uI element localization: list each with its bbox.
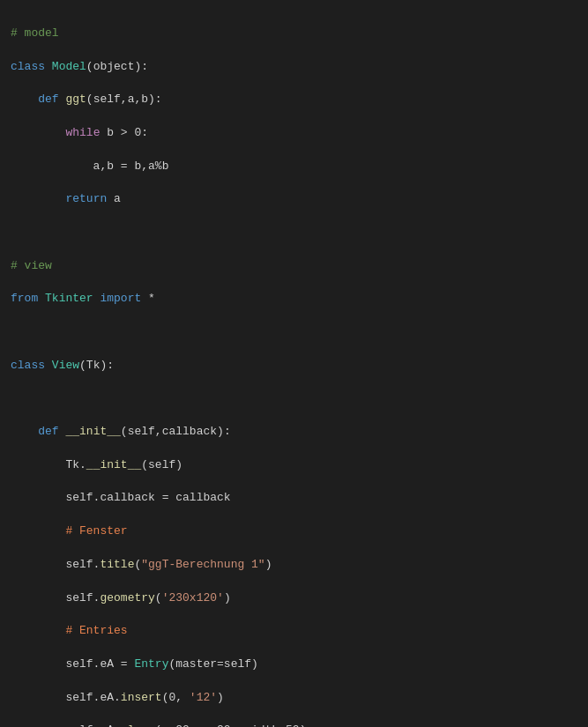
module-tkinter: Tkinter (45, 292, 93, 305)
fn-geometry: geometry (100, 591, 154, 605)
fn-tkinit: __init__ (86, 458, 141, 471)
kw-import: import (100, 292, 141, 305)
kw-return: return (65, 192, 107, 205)
fn-insert1: insert (121, 691, 162, 704)
comment-view: # view (11, 259, 52, 272)
comment-entries: # Entries (11, 624, 128, 637)
comment-fenster: # Fenster (11, 524, 128, 538)
kw-def2: def (38, 425, 58, 438)
class-model: Model (52, 60, 86, 73)
fn-place1: place (121, 723, 155, 727)
code-editor: # model class Model(object): def ggt(sel… (11, 9, 577, 727)
builtin-entry1: Entry (134, 657, 168, 671)
fn-ggt: ggt (65, 93, 86, 106)
fn-title: title (100, 558, 134, 571)
kw-class2: class (11, 359, 45, 372)
kw-def1: def (38, 93, 58, 106)
comment-model: # model (11, 26, 59, 40)
fn-init1: __init__ (65, 425, 120, 438)
kw-from: from (11, 292, 38, 305)
kw-while: while (65, 126, 100, 139)
kw-class1: class (11, 60, 45, 73)
class-view: View (52, 359, 79, 372)
